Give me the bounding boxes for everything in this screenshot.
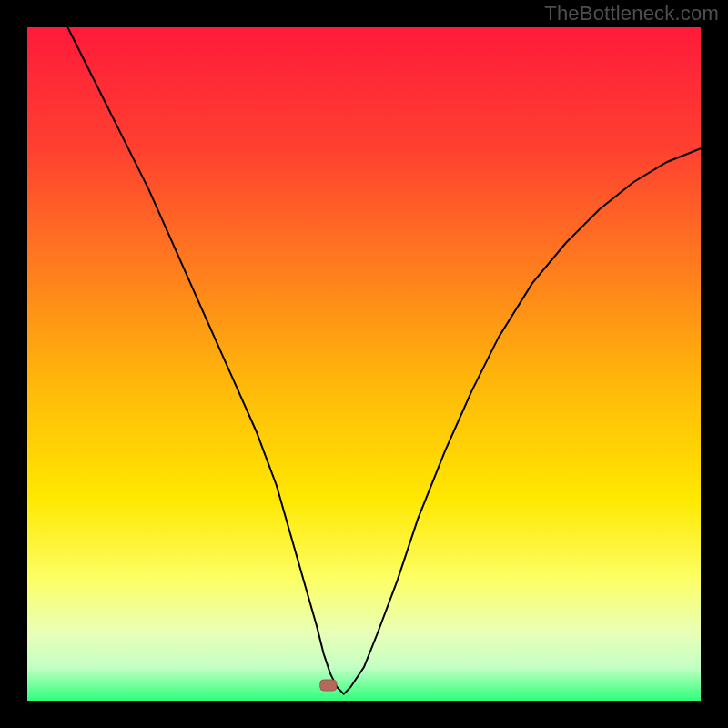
- plot-area: [27, 27, 701, 701]
- minimum-marker: [320, 680, 337, 691]
- chart-frame: TheBottleneck.com: [0, 0, 728, 728]
- watermark-text: TheBottleneck.com: [544, 2, 719, 25]
- plot-svg: [27, 27, 701, 701]
- gradient-background: [27, 27, 701, 701]
